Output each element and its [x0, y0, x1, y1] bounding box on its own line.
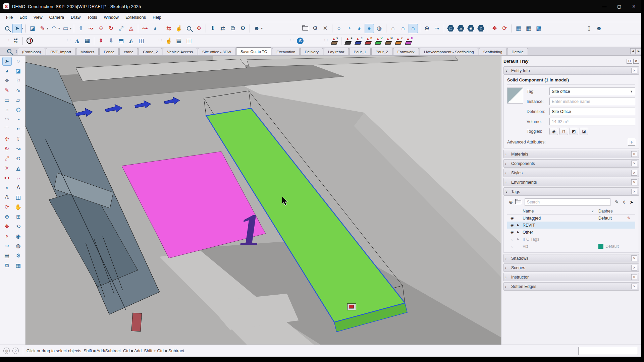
section-tags[interactable]: ∨ Tags ✕ [503, 187, 639, 196]
extension-tool-c[interactable]: ▦ [14, 261, 23, 270]
menu-camera[interactable]: Camera [46, 14, 67, 21]
warehouse-download-icon[interactable]: ⬇ [208, 24, 217, 33]
cast-shadows-toggle-icon[interactable]: ◩ [570, 128, 578, 135]
scale-tool[interactable]: ⤢ [116, 24, 126, 33]
select-tool[interactable]: ➤ [12, 24, 22, 33]
eye-hidden-icon[interactable]: ◌ [507, 244, 517, 248]
expand-arrow-icon[interactable]: ▶ [517, 224, 523, 227]
close-icon[interactable]: ✕ [631, 189, 637, 194]
hex-cloud-icon[interactable]: ☁ [456, 24, 466, 33]
share-model-icon[interactable]: ⇄ [218, 24, 227, 33]
tag-tool[interactable]: ⚐ [14, 76, 23, 85]
tags-search-input[interactable] [525, 198, 610, 206]
dimension-tool[interactable]: ↔ [14, 174, 23, 182]
style-hidden-line-icon[interactable]: ◔ [344, 24, 354, 33]
add-tag-icon[interactable]: ⊕ [507, 199, 515, 205]
add-detail-icon[interactable]: ◭ [126, 36, 136, 46]
rectangle-tool[interactable]: ▭ [61, 24, 70, 33]
eraser-tool[interactable]: ◪ [14, 67, 23, 75]
sort-chevron-icon[interactable]: ∨ [591, 209, 594, 213]
edit-tag-icon[interactable]: ✎ [613, 199, 621, 205]
line-tool[interactable]: ✎ [38, 24, 47, 33]
arc-tool[interactable]: ◠ [49, 24, 59, 33]
section-instructor[interactable]: ›Instructor✕ [503, 273, 639, 281]
extension-tool-a[interactable]: ⚙ [14, 251, 23, 260]
style-wireframe-icon[interactable]: ○ [334, 24, 344, 33]
lock-toggle-icon[interactable]: ⊓ [559, 128, 568, 135]
flip-edge-icon[interactable]: ◫ [137, 36, 146, 46]
s-plugin-logo-icon[interactable]: S [296, 36, 305, 46]
sandbox-from-scratch-icon[interactable]: ▦ [83, 36, 92, 46]
cloud-rotate-icon[interactable]: ⟳ [500, 24, 509, 33]
model-viewport[interactable]: 1 [25, 56, 501, 345]
snap-off-icon[interactable]: ∩ [388, 24, 398, 33]
tag-row-other[interactable]: ◉▶Other [507, 229, 635, 236]
scene-search-icon[interactable] [5, 48, 13, 55]
close-icon[interactable]: ✕ [631, 161, 637, 166]
compass-icon[interactable] [25, 36, 34, 46]
tabs-scroll-right-button[interactable]: ▶ [636, 48, 641, 54]
make-component-tool[interactable]: ❖ [2, 76, 12, 85]
style-monochrome-icon[interactable]: ◍ [375, 24, 384, 33]
solid-tools[interactable]: ◭ [14, 164, 23, 173]
tag-label-icon[interactable]: ◊ [621, 199, 628, 205]
scene-tab-pour-1[interactable]: Pour_1 [350, 48, 371, 55]
add-location-icon[interactable]: ⊕ [422, 24, 432, 33]
rotate-tool[interactable]: ↻ [2, 144, 12, 153]
offset-tool[interactable]: ◬ [126, 24, 136, 33]
style-shaded-textures-icon[interactable]: ● [365, 24, 374, 33]
line-tool[interactable]: ✎ [2, 86, 12, 95]
flip-tool[interactable]: ⇆ [164, 24, 173, 33]
section-styles[interactable]: ›Styles✕ [503, 169, 639, 177]
zoom-tool[interactable] [184, 24, 194, 33]
mesh-tool-c-icon[interactable]: ▩ [534, 24, 543, 33]
toolbar-grip[interactable]: ⋮⋮ [4, 39, 10, 43]
scene-tab-delivery[interactable]: Delivery [300, 48, 323, 55]
scene-tab--portaloos-[interactable]: (Portaloos) [18, 48, 45, 55]
search-icon[interactable] [2, 24, 12, 33]
section-components[interactable]: ›Components✕ [503, 159, 639, 168]
close-icon[interactable]: ✕ [631, 265, 637, 270]
axes-tool[interactable]: ✳ [2, 164, 12, 173]
section-entity-info[interactable]: ∨ Entity Info ✕ [503, 66, 639, 75]
menu-window[interactable]: Window [100, 14, 122, 21]
menu-tools[interactable]: Tools [84, 14, 100, 21]
tag-row-viz[interactable]: ◌VizDefault [507, 243, 635, 250]
close-icon[interactable]: ✕ [631, 255, 637, 261]
menu-help[interactable]: Help [149, 14, 165, 21]
geolocation-icon[interactable]: ◍ [3, 348, 10, 354]
toolbar-grip[interactable]: ⋮⋮ [66, 39, 71, 43]
eye-hidden-icon[interactable]: ◌ [507, 237, 517, 241]
orbit-tool[interactable]: ⟳ [2, 203, 12, 212]
toolbar-grip[interactable]: ⋮⋮ [289, 39, 294, 43]
tag-row-ifc-tags[interactable]: ◌▶IFC Tags [507, 236, 635, 243]
rectangle-tool[interactable]: ▭ [2, 96, 12, 105]
mesh-tool-a-icon[interactable]: ▦ [514, 24, 523, 33]
scene-tab-detaile[interactable]: Detaile [507, 48, 528, 55]
push-pull-tool[interactable]: ⇧ [14, 135, 23, 143]
definition-field[interactable] [549, 108, 635, 115]
paint-bucket-tool[interactable]: ◕ [150, 24, 160, 33]
section-materials[interactable]: ›Materials✕ [503, 150, 639, 158]
section-plane-tool[interactable]: ◫ [14, 193, 23, 202]
close-icon[interactable]: ✕ [631, 274, 637, 280]
scene-tab-live-component-scaffolding[interactable]: Live-component - Scaffolding [420, 48, 478, 55]
account-icon[interactable]: ☻ [252, 24, 261, 33]
scene-tab-markers[interactable]: Markers [76, 48, 99, 55]
three-d-text-tool[interactable]: 𝔸 [2, 193, 12, 202]
close-button[interactable]: ✕ [627, 0, 641, 13]
send-to-layout-icon[interactable]: ⧉ [228, 24, 237, 33]
menu-draw[interactable]: Draw [67, 14, 84, 21]
tape-measure-tool[interactable]: ⊶ [2, 174, 12, 182]
instance-field[interactable] [549, 98, 635, 105]
report-list-icon[interactable]: ▤ [174, 36, 183, 46]
receive-shadows-toggle-icon[interactable]: ◪ [580, 128, 588, 135]
zoom-extents-tool[interactable]: ✥ [194, 24, 204, 33]
menu-edit[interactable]: Edit [16, 14, 30, 21]
maximize-button[interactable]: ▢ [612, 0, 627, 13]
position-camera-tool[interactable]: ⌖ [2, 232, 12, 241]
text-tool[interactable]: A [14, 183, 23, 192]
select-tool[interactable]: ➤ [2, 57, 12, 66]
minimize-button[interactable]: — [597, 0, 612, 13]
style-shaded-icon[interactable]: ◕ [355, 24, 364, 33]
